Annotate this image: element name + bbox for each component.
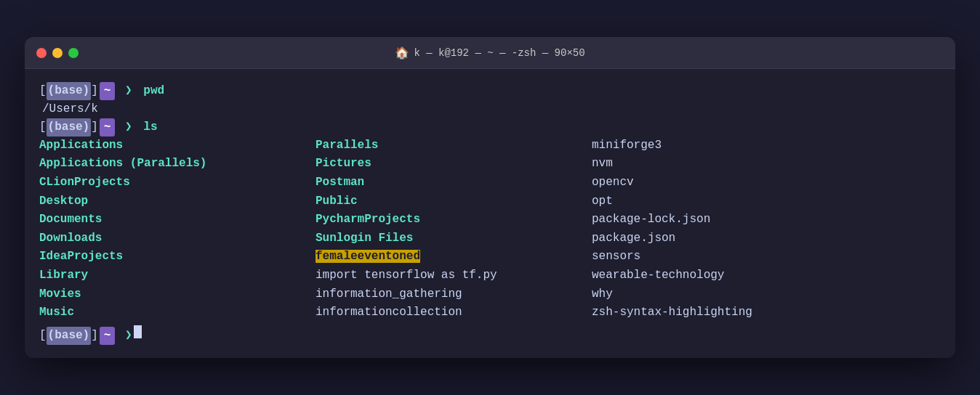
ls-column-1: Applications Applications (Parallels) CL… — [39, 137, 316, 322]
list-item: Applications — [39, 137, 316, 155]
ls-output: Applications Applications (Parallels) CL… — [39, 137, 941, 322]
list-item: Applications (Parallels) — [39, 155, 316, 174]
prompt-arrow-pwd: ❯ — [118, 82, 132, 100]
pwd-result: /Users/k — [39, 100, 98, 118]
list-item: Sunlogin Files — [316, 229, 592, 248]
prompt-tilde-pwd: ~ — [100, 82, 116, 100]
prompt-tilde-ls: ~ — [100, 118, 116, 137]
list-item: nvm — [592, 155, 941, 174]
traffic-lights — [36, 48, 79, 58]
maximize-button[interactable] — [68, 48, 79, 58]
list-item: Library — [39, 266, 316, 285]
list-item: CLionProjects — [39, 174, 316, 192]
command-line-final: [(base)] ~ ❯ — [39, 325, 941, 345]
cmd-ls: ls — [137, 118, 158, 137]
terminal-body[interactable]: [(base)] ~ ❯ pwd /Users/k [(base)] ~ ❯ l… — [25, 69, 955, 357]
list-item: Pictures — [316, 155, 592, 174]
list-item: why — [592, 285, 941, 304]
list-item: miniforge3 — [592, 137, 941, 155]
list-item: IdeaProjects — [39, 248, 316, 266]
list-item: opt — [592, 192, 941, 211]
window-title: 🏠 k — k@192 — ~ — -zsh — 90×50 — [395, 46, 585, 60]
list-item: Desktop — [39, 192, 316, 211]
list-item: zsh-syntax-highlighting — [592, 304, 941, 322]
list-item-highlighted: femaleeventoned — [316, 248, 592, 266]
list-item: informationcollection — [316, 304, 592, 322]
list-item: PycharmProjects — [316, 211, 592, 229]
command-line-ls: [(base)] ~ ❯ ls — [39, 118, 941, 137]
pwd-output: /Users/k — [39, 100, 941, 118]
list-item: sensors — [592, 248, 941, 266]
list-item: package-lock.json — [592, 211, 941, 229]
ls-column-3: miniforge3 nvm opencv opt package-lock.j… — [592, 137, 941, 322]
list-item: information_gathering — [316, 285, 592, 304]
list-item: Public — [316, 192, 592, 211]
title-bar: 🏠 k — k@192 — ~ — -zsh — 90×50 — [25, 37, 955, 69]
prompt-tilde-final: ~ — [100, 327, 116, 345]
cursor — [134, 325, 142, 338]
list-item: import tensorflow as tf.py — [316, 266, 592, 285]
list-item: opencv — [592, 174, 941, 192]
command-line-pwd: [(base)] ~ ❯ pwd — [39, 82, 941, 100]
minimize-button[interactable] — [52, 48, 63, 58]
list-item: Movies — [39, 285, 316, 304]
ls-column-2: Parallels Pictures Postman Public Pychar… — [316, 137, 592, 322]
list-item: Postman — [316, 174, 592, 192]
list-item: Downloads — [39, 229, 316, 248]
list-item: Documents — [39, 211, 316, 229]
prompt-arrow-final: ❯ — [118, 327, 132, 345]
cmd-pwd: pwd — [137, 82, 164, 100]
list-item: package.json — [592, 229, 941, 248]
list-item: Music — [39, 304, 316, 322]
terminal-window: 🏠 k — k@192 — ~ — -zsh — 90×50 [(base)] … — [25, 37, 955, 357]
prompt-arrow-ls: ❯ — [118, 118, 132, 137]
title-icon: 🏠 — [395, 46, 409, 60]
list-item: Parallels — [316, 137, 592, 155]
list-item: wearable-technology — [592, 266, 941, 285]
close-button[interactable] — [36, 48, 47, 58]
